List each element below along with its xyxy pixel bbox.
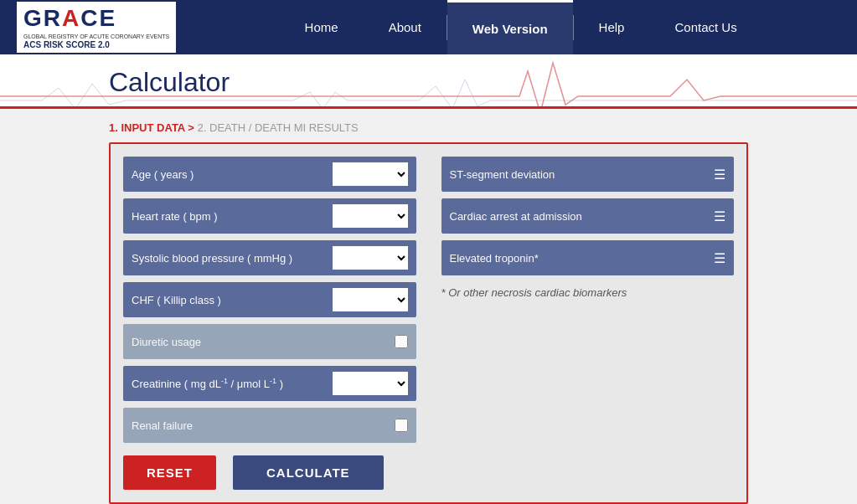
age-field: Age ( years ) 30-3940-4950-59 60-6970-79… (123, 157, 416, 192)
breadcrumb-step2: 2. DEATH / DEATH MI RESULTS (198, 121, 359, 134)
calculate-button[interactable]: CALCULATE (233, 455, 384, 490)
creatinine-select[interactable]: 0-0.390.4-0.790.8-1.19 1.2-1.591.6-1.992… (333, 372, 408, 395)
systolic-bp-select[interactable]: <8080-99100-119 120-139140-159160-199≥20… (333, 246, 408, 270)
diuretic-checkbox[interactable] (395, 335, 408, 348)
nav-contact-us[interactable]: Contact Us (649, 0, 761, 54)
button-row: RESET CALCULATE (123, 451, 734, 490)
creatinine-field: Creatinine ( mg dL-1 / μmol L-1 ) 0-0.39… (123, 366, 416, 401)
diuretic-label: Diuretic usage (132, 336, 395, 348)
nav-home[interactable]: Home (280, 0, 364, 54)
cardiac-arrest-field: Cardiac arrest at admission ☰ (441, 198, 735, 234)
form-note: * Or other necrosis cardiac biomarkers (441, 282, 735, 303)
heart-rate-field: Heart rate ( bpm ) <5050-6970-89 90-1091… (123, 198, 416, 234)
heart-rate-select[interactable]: <5050-6970-89 90-109110-149150-199≥200 (333, 204, 408, 228)
cardiac-arrest-toggle-icon[interactable]: ☰ (714, 208, 725, 224)
main-nav: Home About Web Version Help Contact Us (201, 0, 840, 54)
chf-killip-label: CHF ( Killip class ) (132, 294, 333, 306)
st-segment-label: ST-segment deviation (450, 168, 708, 181)
form-container: Age ( years ) 30-3940-4950-59 60-6970-79… (109, 142, 748, 504)
renal-failure-checkbox[interactable] (395, 419, 408, 432)
systolic-bp-label: Systolic blood pressure ( mmHg ) (132, 252, 333, 265)
age-label: Age ( years ) (132, 168, 333, 181)
breadcrumb: 1. INPUT DATA > 2. DEATH / DEATH MI RESU… (0, 109, 857, 142)
nav-help[interactable]: Help (574, 0, 650, 54)
left-column: Age ( years ) 30-3940-4950-59 60-6970-79… (123, 157, 416, 443)
systolic-bp-field: Systolic blood pressure ( mmHg ) <8080-9… (123, 240, 416, 275)
chf-killip-field: CHF ( Killip class ) IIIIIIIV (123, 282, 416, 317)
creatinine-label: Creatinine ( mg dL-1 / μmol L-1 ) (132, 377, 333, 390)
age-select[interactable]: 30-3940-4950-59 60-6970-7980-8990+ (333, 162, 408, 186)
header: GRACE GLOBAL REGISTRY OF ACUTE CORONARY … (0, 0, 857, 54)
logo: GRACE GLOBAL REGISTRY OF ACUTE CORONARY … (17, 2, 176, 53)
reset-button[interactable]: RESET (123, 455, 216, 490)
renal-failure-label: Renal failure (132, 419, 395, 432)
nav-about[interactable]: About (364, 0, 447, 54)
breadcrumb-step1: 1. INPUT DATA > (109, 121, 194, 134)
heart-rate-label: Heart rate ( bpm ) (132, 210, 333, 223)
renal-failure-field: Renal failure (123, 408, 416, 443)
cardiac-arrest-label: Cardiac arrest at admission (450, 210, 708, 223)
right-column: ST-segment deviation ☰ Cardiac arrest at… (441, 157, 735, 443)
note-text: * Or other necrosis cardiac biomarkers (441, 282, 735, 303)
elevated-troponin-toggle-icon[interactable]: ☰ (714, 250, 725, 266)
form-grid: Age ( years ) 30-3940-4950-59 60-6970-79… (123, 157, 734, 443)
st-segment-field: ST-segment deviation ☰ (441, 157, 735, 192)
logo-acs: ACS RISK SCORE 2.0 (23, 40, 169, 49)
logo-text: GRACE (23, 5, 116, 32)
nav-web-version[interactable]: Web Version (447, 0, 573, 54)
st-segment-toggle-icon[interactable]: ☰ (714, 167, 725, 183)
diuretic-field: Diuretic usage (123, 324, 416, 359)
logo-subtext: GLOBAL REGISTRY OF ACUTE CORONARY EVENTS (23, 33, 169, 40)
elevated-troponin-field: Elevated troponin* ☰ (441, 240, 735, 275)
page-title: Calculator (109, 67, 748, 98)
chf-killip-select[interactable]: IIIIIIIV (333, 288, 408, 311)
elevated-troponin-label: Elevated troponin* (450, 252, 708, 265)
page-title-area: Calculator (0, 54, 857, 109)
